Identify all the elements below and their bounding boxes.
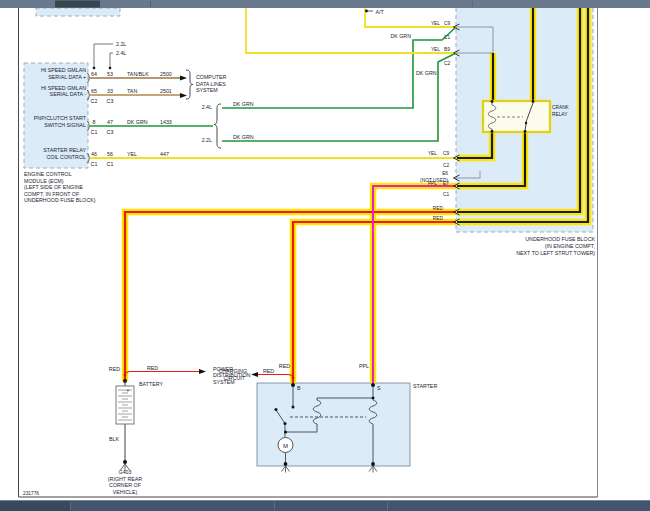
relay-label-line: CRANK bbox=[552, 105, 570, 110]
wire-color-label: YEL bbox=[127, 151, 137, 157]
ecm-row-label: STARTER RELAY bbox=[43, 147, 86, 153]
ecm-row-label: PNP/CLUTCH START bbox=[34, 115, 87, 121]
top-toolbar-segment[interactable] bbox=[55, 1, 100, 8]
ground-id-label: G403 bbox=[119, 469, 132, 475]
ecm-row-label: SERIAL DATA - bbox=[50, 91, 87, 97]
cdl-label-line: DATA LINES bbox=[196, 81, 226, 87]
connector-id: C1 bbox=[107, 161, 114, 167]
connector-id: C1 bbox=[443, 192, 449, 197]
cdl-label-line: COMPUTER bbox=[196, 74, 226, 80]
wire-color-label: TAN bbox=[127, 88, 137, 94]
connector-id: C3 bbox=[107, 98, 114, 104]
wire-color-label: TAN/BLK bbox=[127, 71, 149, 77]
ecm-caption-line: MODULE (ECM) bbox=[24, 178, 64, 184]
pin-number: 56 bbox=[107, 151, 113, 157]
wire-color-label: YEL bbox=[428, 151, 437, 156]
pin-number: 8 bbox=[93, 119, 96, 125]
engine-tag-24: 2.4L bbox=[116, 50, 126, 56]
wire-color-label: RED bbox=[433, 216, 444, 221]
starter-b-terminal bbox=[291, 383, 295, 387]
crank-relay bbox=[483, 100, 550, 133]
ground-location-line: VEHICLE) bbox=[113, 489, 138, 495]
ecm-row-label: SERIAL DATA + bbox=[48, 74, 86, 80]
cdl-label-line: SYSTEM bbox=[196, 87, 218, 93]
at-label: A/T bbox=[376, 9, 385, 15]
bottom-toolbar-background[interactable] bbox=[0, 501, 650, 511]
wire-color-label: DK GRN bbox=[127, 119, 148, 125]
connector-id: C1 bbox=[91, 129, 98, 135]
starter-box bbox=[257, 383, 410, 466]
connector-id: C2 bbox=[91, 98, 98, 104]
ecm-row-label: SWITCH SIGNAL bbox=[44, 122, 86, 128]
pin-id: C9 bbox=[444, 21, 450, 26]
ecm-caption-line: COMPT, IN FRONT OF bbox=[24, 191, 80, 197]
battery-plus-sign: + bbox=[127, 388, 130, 393]
connector-id: C1 bbox=[444, 35, 450, 40]
wiring-diagram-canvas: YEL YEL A/T HI SPEED GMLAN SERIAL DATA +… bbox=[0, 0, 650, 511]
connector-id: C3 bbox=[107, 129, 114, 135]
pin-number: 46 bbox=[91, 151, 97, 157]
ecm-caption-line: (LEFT SIDE OF ENGINE bbox=[24, 184, 84, 190]
fuse-block-caption-line: NEXT TO LEFT STRUT TOWER) bbox=[516, 250, 595, 256]
pin-number: 53 bbox=[107, 71, 113, 77]
doc-number: 231776 bbox=[23, 491, 39, 496]
ecm-row-label: HI SPEED GMLAN bbox=[41, 85, 86, 91]
pin-number: 65 bbox=[91, 88, 97, 94]
charging-label-line: CHARGING bbox=[218, 368, 247, 374]
ecm-caption-line: UNDERHOOD FUSE BLOCK) bbox=[24, 197, 96, 203]
wire-color-label: RED bbox=[109, 366, 120, 372]
fuse-block-caption-line: UNDERHOOD FUSE BLOCK bbox=[525, 236, 595, 242]
bottom-toolbar[interactable] bbox=[0, 501, 650, 511]
connector-id: C2 bbox=[443, 163, 449, 168]
ecm-row-label: COIL CONTROL bbox=[46, 154, 86, 160]
pin-id: C9 bbox=[443, 151, 449, 156]
wire-color-label: YEL bbox=[431, 47, 440, 52]
starter-s-terminal bbox=[371, 383, 375, 387]
starter-label: STARTER bbox=[413, 383, 437, 389]
battery-symbol bbox=[116, 379, 134, 424]
wire-color-label: PPL bbox=[359, 363, 369, 369]
circuit-number: 1433 bbox=[160, 119, 172, 125]
wire-color-label: DK GRN bbox=[233, 134, 254, 140]
wire-color-label: PPL bbox=[428, 181, 437, 186]
pin-number: 33 bbox=[107, 88, 113, 94]
starter-s-label: S bbox=[377, 385, 381, 391]
relay-label-line: RELAY bbox=[552, 112, 568, 117]
wire-color-label: RED bbox=[263, 368, 274, 374]
ecm-row-label: HI SPEED GMLAN bbox=[41, 67, 86, 73]
wire-color-label: DK GRN bbox=[390, 33, 411, 39]
branch-22l-label: 2.2L bbox=[202, 137, 212, 143]
pin-number: 47 bbox=[107, 119, 113, 125]
ecm-caption-line: ENGINE CONTROL bbox=[24, 171, 72, 177]
wire-color-label: BLK bbox=[109, 436, 119, 442]
charging-label-line: CIRCUIT bbox=[224, 375, 246, 381]
ground-location-line: (RIGHT REAR bbox=[108, 476, 143, 482]
battery-label: BATTERY bbox=[139, 381, 163, 387]
cutoff-component-box bbox=[36, 8, 120, 16]
fuse-block-caption-line: (IN ENGINE COMPT, bbox=[545, 243, 595, 249]
pin-id: E7 bbox=[443, 181, 449, 186]
connector-id: C2 bbox=[444, 61, 450, 66]
circuit-number: 2500 bbox=[160, 71, 172, 77]
circuit-number: 447 bbox=[160, 151, 169, 157]
circuit-number: 2501 bbox=[160, 88, 172, 94]
pin-id: B9 bbox=[444, 47, 450, 52]
wire-color-label: RED bbox=[433, 206, 444, 211]
bottom-toolbar-segment[interactable] bbox=[0, 501, 70, 511]
connector-id: C1 bbox=[91, 161, 98, 167]
starter-b-label: B bbox=[297, 385, 301, 391]
wire-color-label: YEL bbox=[431, 21, 440, 26]
wire-color-label: DK GRN bbox=[416, 70, 437, 76]
engine-tag-22: 2.2L bbox=[116, 41, 126, 47]
top-toolbar[interactable] bbox=[0, 0, 650, 8]
ground-location-line: CORNER OF bbox=[109, 482, 142, 488]
wire-color-label: DK GRN bbox=[233, 101, 254, 107]
branch-24l-label: 2.4L bbox=[202, 104, 212, 110]
wire-color-label: RED bbox=[279, 363, 290, 369]
pin-number: 64 bbox=[91, 71, 97, 77]
pin-id: E6 bbox=[442, 171, 448, 176]
wire-color-label: RED bbox=[147, 365, 158, 371]
motor-m-label: M bbox=[283, 443, 288, 449]
